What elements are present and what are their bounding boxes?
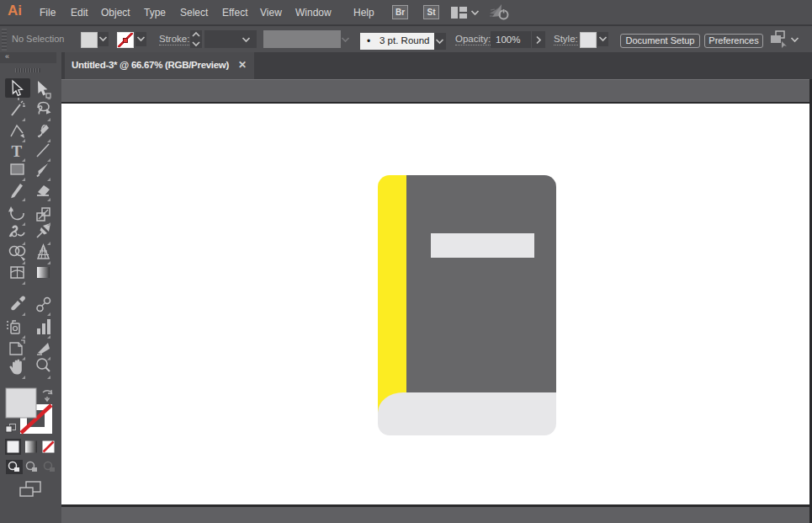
- svg-text:T: T: [12, 142, 23, 160]
